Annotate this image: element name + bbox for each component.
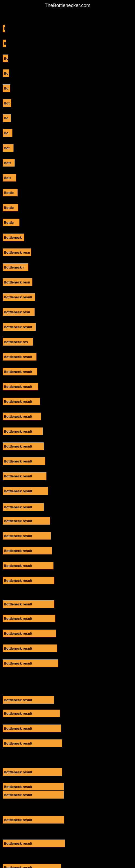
result-bar: Bottleneck result <box>3 816 64 824</box>
bar-row: Bottleneck result <box>3 323 38 331</box>
result-bar: Bottleneck result <box>3 472 46 480</box>
bar-row: Bottleneck result <box>3 368 40 375</box>
bar-row: Bo <box>3 84 13 92</box>
bar-row: Bott <box>3 174 19 182</box>
result-bar: B <box>3 40 6 47</box>
bar-row: Bottleneck result <box>3 600 57 608</box>
result-bar: Bottleneck result <box>3 293 35 301</box>
bar-row: Bottleneck result <box>3 398 43 405</box>
bar-row: Bottleneck result <box>3 645 60 652</box>
bar-row: Bottleneck result <box>3 428 45 435</box>
bar-row: Bottleneck res <box>3 338 36 346</box>
bar-row: Bo <box>3 55 11 62</box>
result-bar: Bottleneck result <box>3 428 43 435</box>
bar-row: B <box>3 25 8 32</box>
bar-row: Bottleneck resu <box>3 278 35 286</box>
bar-row: Bottleneck result <box>3 293 38 301</box>
bar-row: Bott <box>3 159 17 166</box>
bar-row: Bottleneck result <box>3 768 65 776</box>
bar-row: Bottleneck result <box>3 472 49 480</box>
result-bar: Bottleneck resu <box>3 248 31 256</box>
result-bar: Bottleneck result <box>3 323 36 331</box>
result-bar: Bottleneck result <box>3 412 41 420</box>
bar-row: Bottleneck result <box>3 383 41 390</box>
bar-row: Bottleneck result <box>3 816 67 824</box>
bar-row: Bottleneck result <box>3 487 51 495</box>
site-title: TheBottlenecker.com <box>0 0 135 10</box>
bar-row: Bottleneck result <box>3 412 44 420</box>
bar-row: Bottle <box>3 219 22 226</box>
result-bar: Bottleneck result <box>3 724 61 732</box>
result-bar: Bottleneck result <box>3 368 37 375</box>
bar-row: Bottleneck result <box>3 577 57 584</box>
result-bar: Bottleneck result <box>3 629 56 637</box>
result-bar: Bottleneck result <box>3 577 54 584</box>
bar-row: Bottleneck result <box>3 629 59 637</box>
bar-row: Bottleneck resu <box>3 308 37 316</box>
result-bar: Bottleneck result <box>3 739 62 747</box>
result-bar: Bo <box>3 84 10 92</box>
result-bar: Bottleneck result <box>3 696 54 704</box>
result-bar: Bottleneck result <box>3 517 50 525</box>
bar-row: Bottle <box>3 204 21 211</box>
bar-row: Bottleneck result <box>3 783 66 790</box>
result-bar: Bottle <box>3 204 18 211</box>
result-bar: Bottleneck result <box>3 600 54 608</box>
bar-row: Bottleneck result <box>3 724 64 732</box>
bar-row: Bottleneck resu <box>3 248 34 256</box>
bar-row: Bo <box>3 69 12 77</box>
bar-row: Bottleneck result <box>3 532 53 539</box>
result-bar: Bottleneck result <box>3 547 52 554</box>
result-bar: Bottleneck res <box>3 338 33 346</box>
result-bar: Bottleneck result <box>3 532 51 539</box>
result-bar: Bot <box>3 144 13 152</box>
bar-row: Bottleneck result <box>3 517 53 525</box>
result-bar: Bottleneck result <box>3 791 64 799</box>
result-bar: Bottleneck r <box>3 264 28 271</box>
result-bar: Bott <box>3 159 14 166</box>
result-bar: Bottleneck <box>3 234 24 241</box>
bar-row: Bot <box>3 99 14 107</box>
bar-row: Bottleneck result <box>3 696 57 704</box>
result-bar: Bottle <box>3 219 19 226</box>
result-bar: Bottleneck result <box>3 768 62 776</box>
result-bar: Bottleneck result <box>3 457 45 465</box>
bar-row: Bottleneck result <box>3 710 63 717</box>
bar-row: B <box>3 40 9 47</box>
bar-row: Bot <box>3 144 16 152</box>
result-bar: Bo <box>3 114 11 122</box>
result-bar: Bo <box>3 69 9 77</box>
bar-row: Bottleneck result <box>3 739 65 747</box>
result-bar: Bottleneck result <box>3 710 60 717</box>
result-bar: Bottleneck result <box>3 503 44 511</box>
result-bar: Bottleneck result <box>3 487 48 495</box>
result-bar: B <box>3 25 5 32</box>
result-bar: Bo <box>3 55 8 62</box>
bar-row: Bottle <box>3 189 20 196</box>
bar-row: Bottleneck result <box>3 562 56 569</box>
bar-row: Bo <box>3 114 13 122</box>
bar-row: Bottleneck result <box>3 864 64 868</box>
result-bar: Bottle <box>3 189 17 196</box>
bar-row: Bottleneck <box>3 234 27 241</box>
result-bar: Bottleneck result <box>3 645 57 652</box>
bar-row: Bottleneck result <box>3 659 61 667</box>
result-bar: Bottleneck result <box>3 442 44 450</box>
bar-row: Bottleneck result <box>3 791 66 799</box>
result-bar: Bottleneck result <box>3 398 40 405</box>
result-bar: Bot <box>3 99 11 107</box>
result-bar: Bottleneck result <box>3 839 65 847</box>
bar-row: Bottleneck result <box>3 457 48 465</box>
bar-row: Bottleneck result <box>3 353 39 361</box>
result-bar: Bottleneck result <box>3 562 53 569</box>
result-bar: Bottleneck result <box>3 783 64 790</box>
bar-row: Bottleneck result <box>3 547 54 554</box>
bar-row: Bottleneck result <box>3 615 58 622</box>
result-bar: Bo <box>3 129 12 137</box>
bar-row: Bottleneck result <box>3 503 46 511</box>
result-bar: Bottleneck result <box>3 615 55 622</box>
result-bar: Bottleneck resu <box>3 308 35 316</box>
result-bar: Bottleneck result <box>3 659 58 667</box>
bar-row: Bottleneck r <box>3 264 31 271</box>
result-bar: Bottleneck result <box>3 353 37 361</box>
